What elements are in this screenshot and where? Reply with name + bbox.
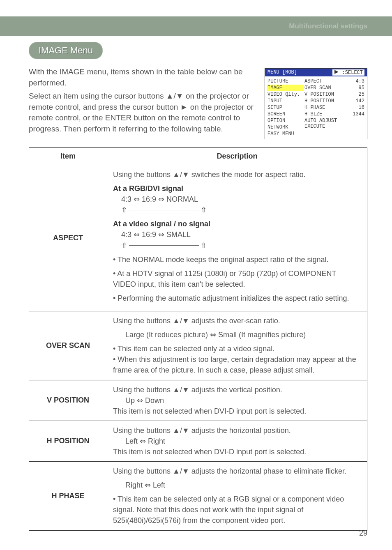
menu-title-pill: IMAGE Menu [29,42,103,59]
osd-preview: MENU [RGB] ⯈ :SELECT PICTURE IMAGE VIDEO… [265,68,367,139]
osd-left-item: NETWORK [267,124,304,131]
osd-left-item-highlight: IMAGE [267,85,304,91]
item-overscan: OVER SCAN [29,311,107,380]
osd-mid-item: H PHASE [304,104,350,111]
item-hposition: H POSITION [29,421,107,461]
item-hphase: H PHASE [29,462,107,530]
header-band: Multifunctional settings [0,16,392,36]
osd-left-item: INPUT [267,98,304,104]
table-row: V POSITION Using the buttons ▲/▼ adjusts… [29,380,367,421]
osd-right-item [350,117,365,118]
osd-mid-item: H SIZE [304,111,350,117]
desc-aspect: Using the buttons ▲/▼ switches the mode … [107,165,367,311]
table-row: H POSITION Using the buttons ▲/▼ adjusts… [29,421,367,461]
osd-mid-item: H POSITION [304,98,350,104]
desc-overscan: Using the buttons ▲/▼ adjusts the over-s… [107,311,367,380]
intro-p2: Select an item using the cursor buttons … [29,91,256,134]
osd-right-item: 16 [350,104,365,111]
osd-left-item: VIDEO Qlty. [267,91,304,98]
osd-title-text: MENU [RGB] [267,69,297,76]
col-item: Item [29,148,107,165]
osd-right-item: 142 [350,98,365,104]
osd-left-item: OPTION [267,117,304,124]
item-aspect: ASPECT [29,165,107,311]
section-label: Multifunctional settings [289,22,367,30]
intro-text: With the IMAGE menu, items shown in the … [29,67,256,137]
desc-vposition: Using the buttons ▲/▼ adjusts the vertic… [107,380,367,421]
osd-mid-item: OVER SCAN [304,85,350,91]
osd-right-item: 25 [350,91,365,98]
osd-left-item: PICTURE [267,78,304,85]
settings-table: Item Description ASPECT Using the button… [29,147,367,531]
intro-p1: With the IMAGE menu, items shown in the … [29,67,256,88]
osd-left-item: SCREEN [267,111,304,117]
table-row: OVER SCAN Using the buttons ▲/▼ adjusts … [29,311,367,380]
desc-hphase: Using the buttons ▲/▼ adjusts the horizo… [107,462,367,530]
osd-left-item: SETUP [267,104,304,111]
osd-mid-item: AUTO ADJUST EXECUTE [304,117,350,130]
osd-select-hint: ⯈ :SELECT [332,69,364,76]
osd-mid-item: V POSITION [304,91,350,98]
table-row: ASPECT Using the buttons ▲/▼ switches th… [29,165,367,311]
osd-left-item: EASY MENU [267,131,304,137]
desc-hposition: Using the buttons ▲/▼ adjusts the horizo… [107,421,367,461]
osd-right-item: 1344 [350,111,365,117]
page-number: 29 [359,529,367,538]
osd-right-item: 95 [350,85,365,91]
osd-mid-item: ASPECT [304,78,350,85]
table-row: H PHASE Using the buttons ▲/▼ adjusts th… [29,462,367,530]
col-desc: Description [107,148,367,165]
osd-right-item: 4:3 [350,78,365,85]
item-vposition: V POSITION [29,380,107,421]
